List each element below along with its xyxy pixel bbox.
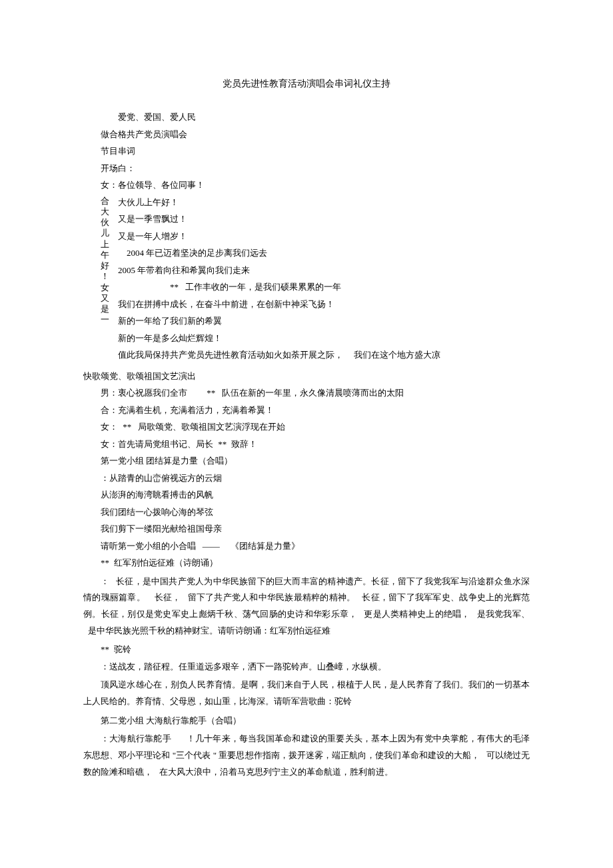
text-line: 合：充满着生机，充满着活力，充满着希翼！: [83, 404, 530, 417]
text-span: **: [101, 644, 109, 654]
text-span: **: [207, 388, 215, 398]
text-line: 节目串词: [83, 145, 530, 158]
text-line: 新的一年是多么灿烂辉煌！: [118, 332, 530, 345]
side-content: 大伙儿上午好！ 又是一季雪飘过！ 又是一年人增岁！ 2004 年已迈着坚决的足步…: [118, 196, 530, 366]
text-span: ：大海航行靠舵手: [101, 733, 171, 743]
text-span: "三个代表: [173, 750, 211, 760]
vert-char: 上: [101, 239, 111, 250]
text-line: ** 驼铃: [83, 643, 530, 656]
text-span: 是中华民族光照千秋的精神财宝。请听诗朗诵：红军别怕远征难: [88, 626, 330, 636]
text-span: 女：首先请局党组书记、局长: [101, 439, 213, 449]
text-line: 2005 年带着向往和希翼向我们走来: [118, 264, 530, 277]
text-span: 长征，: [155, 592, 181, 602]
text-span: 局歌颂党、歌颂祖国文艺演浮现在开始: [138, 422, 285, 432]
text-line: 我们在拼搏中成长，在奋斗中前进，在创新中神采飞扬！: [118, 298, 530, 311]
vert-char: 午: [101, 250, 111, 260]
text-line: 做合格共产党员演唱会: [83, 128, 530, 141]
vertical-text-column: 合 大 伙 儿 上 午 好 ！ 女 又 是 一: [101, 196, 111, 366]
text-paragraph: ： 长征，是中国共产党人为中华民族留下的巨大而丰富的精神遗产。长征，留下了我党我…: [83, 574, 530, 640]
text-span: 致辞！: [231, 439, 257, 449]
text-span: 我们在这个地方盛大凉: [354, 350, 440, 360]
text-span: 驼铃: [114, 644, 131, 654]
text-line: 我们团结一心拨响心海的琴弦: [83, 506, 530, 519]
text-line: ：送战友，踏征程。任重道远多艰辛，洒下一路驼铃声。山叠嶂，水纵横。: [83, 660, 530, 673]
text-line: ** 工作丰收的一年，是我们硕果累累的一年: [118, 280, 530, 294]
text-line: 请听第一党小组的小合唱 —— 《团结算是力量》: [83, 540, 530, 553]
text-span: **: [170, 282, 179, 292]
text-span: " 重要思想作指南，拨开迷雾，端正航向，使我们革命和建设的大船，: [213, 750, 480, 760]
text-line: 女：首先请局党组书记、局长 ** 致辞！: [83, 438, 530, 451]
subtitle: 爱党、爱国、爱人民: [83, 111, 530, 124]
text-span: 女：: [101, 422, 118, 432]
text-line: 第一党小组 团结算是力量（合唱）: [83, 454, 530, 468]
text-span: 《团结算是力量》: [231, 541, 300, 551]
text-line: ：从踏青的山峦俯视远方的云烟: [83, 472, 530, 485]
text-line: 从澎湃的海湾眺看搏击的风帆: [83, 488, 530, 502]
text-line: 值此我局保持共产党员先进性教育活动如火如荼开展之际， 我们在这个地方盛大凉: [118, 348, 530, 362]
vert-char: 儿: [101, 228, 111, 238]
text-span: 是我党我军、: [477, 609, 530, 619]
text-span: **: [123, 422, 131, 432]
text-line: 我们剪下一缕阳光献给祖国母亲: [83, 522, 530, 536]
text-span: ：: [101, 576, 109, 586]
text-line: 快歌颂党、歌颂祖国文艺演出: [83, 370, 530, 383]
text-line: 女： ** 局歌颂党、歌颂祖国文艺演浮现在开始: [83, 420, 530, 434]
vert-char: 又: [101, 293, 111, 304]
text-line: 女：各位领导、各位同事！: [83, 179, 530, 192]
text-span: **: [101, 558, 109, 568]
text-paragraph: 顶风逆水雄心在，别负人民养育情。是啊，我们来自于人民，根植于人民，是人民养育了我…: [83, 677, 530, 709]
text-span: 队伍在新的一年里，永久像清晨喷薄而出的太阳: [222, 388, 404, 398]
vert-char: 合: [101, 196, 111, 207]
text-span: 在大风大浪中，沿着马克思列宁主义的革命航道，胜利前进。: [159, 767, 393, 777]
text-line: ** 红军别怕远征难（诗朗诵）: [83, 556, 530, 570]
text-line: 第二党小组 大海航行靠舵手（合唱）: [83, 714, 530, 727]
text-line: 大伙儿上午好！: [118, 196, 530, 209]
text-span: 更是人类精神史上的绝唱，: [364, 609, 470, 619]
text-span: 请听第一党小组的小合唱: [101, 541, 196, 551]
text-span: 留下了共产党人和中华民族最精粹的精神。: [188, 592, 356, 602]
text-span: 红军别怕远征难（诗朗诵）: [114, 558, 218, 568]
text-span: 值此我局保持共产党员先进性教育活动如火如荼开展之际，: [118, 350, 343, 360]
text-span: 2004 年已迈着坚决的足步离我们远去: [127, 248, 267, 258]
vert-char: 伙: [101, 217, 111, 228]
text-line: 新的一年给了我们新的希翼: [118, 314, 530, 328]
text-span: ——: [203, 541, 220, 551]
text-paragraph: ：大海航行靠舵手 ！几十年来，每当我国革命和建设的重要关头，基本上因为有党中央掌…: [83, 731, 530, 780]
text-line: 开场白：: [83, 162, 530, 175]
text-line: 男：衷心祝愿我们全市 ** 队伍在新的一年里，永久像清晨喷薄而出的太阳: [83, 386, 530, 400]
document-title: 党员先进性教育活动演唱会串词礼仪主持: [83, 77, 530, 91]
text-span: **: [218, 439, 227, 449]
text-line: 又是一年人增岁！: [118, 230, 530, 243]
text-line: 2004 年已迈着坚决的足步离我们远去: [118, 246, 530, 260]
vert-char: 是: [101, 304, 111, 314]
vert-char: 一: [101, 314, 111, 325]
vert-char: 大: [101, 207, 111, 217]
text-line: 又是一季雪飘过！: [118, 213, 530, 226]
vert-char: 好: [101, 260, 111, 271]
vert-char: ！: [101, 271, 111, 282]
vert-char: 女: [101, 282, 111, 293]
text-span: 男：衷心祝愿我们全市: [101, 388, 187, 398]
vertical-layout-block: 合 大 伙 儿 上 午 好 ！ 女 又 是 一 大伙儿上午好！ 又是一季雪飘过！…: [83, 196, 530, 366]
text-span: 工作丰收的一年，是我们硕果累累的一年: [185, 282, 341, 292]
